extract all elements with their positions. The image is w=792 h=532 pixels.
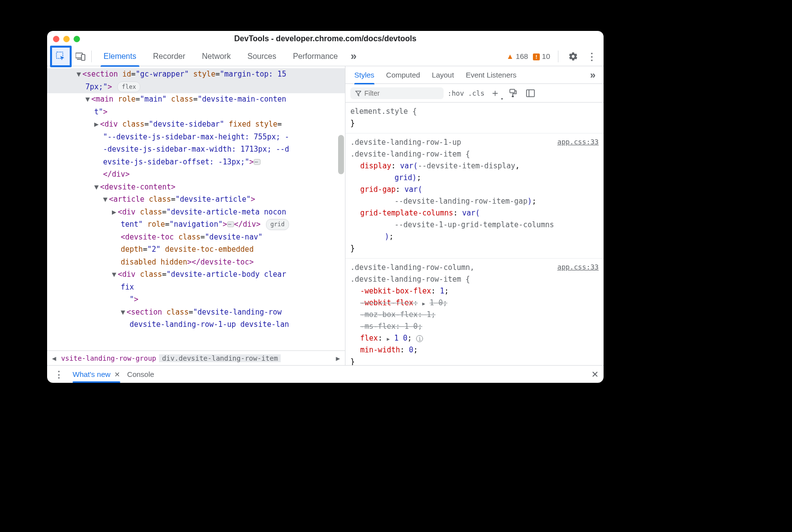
error-icon: ! [533, 53, 540, 60]
filter-icon [355, 90, 361, 97]
scrollbar-thumb[interactable] [338, 135, 344, 174]
drawer-tab-whatsnew[interactable]: What's new ✕ [73, 370, 120, 378]
style-rule-element[interactable]: element.style { } [345, 103, 604, 133]
ellipsis-icon[interactable] [254, 159, 261, 165]
kebab-menu-button[interactable]: ⋮ [585, 50, 599, 63]
grid-badge[interactable]: grid [266, 219, 289, 230]
paint-button[interactable] [506, 86, 520, 100]
settings-button[interactable] [566, 50, 580, 63]
inspect-element-button-highlighted[interactable] [50, 46, 72, 67]
svg-rect-5 [512, 96, 514, 97]
separator [91, 51, 92, 62]
cls-toggle[interactable]: .cls [468, 89, 485, 97]
maximize-window-button[interactable] [74, 36, 80, 42]
rule-source-link[interactable]: app.css:33 [557, 262, 599, 272]
dom-node[interactable]: ▼<section class="devsite-landing-row [47, 306, 345, 319]
breadcrumb-item-selected[interactable]: div.devsite-landing-row-item [159, 354, 281, 362]
svg-rect-3 [81, 54, 85, 60]
separator [558, 51, 558, 62]
subtab-event-listeners[interactable]: Event Listeners [461, 66, 521, 84]
device-icon [76, 52, 85, 61]
dom-node-cont: "--devsite-js-sidebar-max-height: 755px;… [47, 131, 345, 144]
close-tab-icon[interactable]: ✕ [114, 371, 120, 378]
toggle-sidebar-button[interactable] [524, 86, 537, 100]
svg-rect-6 [527, 90, 534, 97]
tab-network[interactable]: Network [194, 47, 239, 66]
window-title: DevTools - developer.chrome.com/docs/dev… [47, 34, 604, 43]
svg-rect-2 [77, 59, 81, 60]
dom-node-cont: tent" role="navigation"></div> grid [47, 218, 345, 231]
dom-node-cont: fix [47, 281, 345, 294]
expand-icon[interactable] [387, 334, 390, 343]
styles-body[interactable]: element.style { } app.css:33 .devsite-la… [345, 103, 604, 365]
dom-tree[interactable]: ▼<section id="gc-wrapper" style="margin-… [47, 66, 345, 350]
dom-node-cont: disabled hidden></devsite-toc> [47, 256, 345, 269]
svg-rect-4 [510, 89, 515, 93]
ellipsis-icon[interactable] [227, 221, 234, 227]
flex-badge[interactable]: flex [117, 81, 140, 92]
breadcrumb: ◀ vsite-landing-row-group div.devsite-la… [47, 350, 345, 365]
more-subtabs-button[interactable]: » [586, 68, 600, 82]
dom-node-cont: depth="2" devsite-toc-embedded [47, 243, 345, 256]
close-window-button[interactable] [53, 36, 59, 42]
rule-source-link[interactable]: app.css:33 [557, 136, 599, 147]
subtab-computed[interactable]: Computed [381, 66, 425, 84]
style-rule[interactable]: app.css:33 .devsite-landing-row-column, … [345, 259, 604, 365]
minimize-window-button[interactable] [63, 36, 70, 42]
new-style-rule-button[interactable]: ＋▾ [488, 86, 502, 100]
dom-node[interactable]: ▼<div class="devsite-article-body clear [47, 268, 345, 281]
gear-icon [568, 52, 578, 61]
drawer-tab-console[interactable]: Console [127, 370, 154, 378]
errors-badge[interactable]: ! 10 [533, 52, 550, 60]
expand-icon[interactable] [422, 298, 425, 307]
styles-toolbar: :hov .cls ＋▾ [345, 84, 604, 103]
dom-node-cont: t"> [47, 106, 345, 119]
dom-node-close: </div> [47, 168, 345, 181]
hov-toggle[interactable]: :hov [448, 89, 464, 97]
sidebar-icon [526, 89, 535, 97]
paint-icon [508, 89, 517, 98]
errors-count: 10 [542, 52, 550, 60]
dom-node-cont: -devsite-js-sidebar-max-width: 1713px; -… [47, 143, 345, 156]
warning-icon: ▲ [506, 52, 514, 60]
dom-node-cont: "> [47, 293, 345, 306]
dom-node-cont: evsite-js-sidebar-offset: -13px;"> [47, 156, 345, 169]
drawer-menu-button[interactable]: ⋮ [52, 368, 66, 381]
tab-performance[interactable]: Performance [285, 47, 346, 66]
devtools-window: DevTools - developer.chrome.com/docs/dev… [47, 31, 604, 383]
styles-panel: Styles Computed Layout Event Listeners »… [345, 66, 604, 365]
dom-node[interactable]: ▶<div class="devsite-article-meta nocon [47, 206, 345, 219]
breadcrumb-item[interactable]: vsite-landing-row-group [58, 354, 159, 362]
drawer-tab-label: What's new [73, 370, 110, 378]
dom-node[interactable]: <devsite-toc class="devsite-nav" [47, 231, 345, 244]
more-tabs-button[interactable]: » [347, 50, 361, 63]
selector: .devsite-landing-row-item { [350, 148, 599, 160]
device-toggle-button[interactable] [74, 50, 87, 63]
dom-panel: ▼<section id="gc-wrapper" style="margin-… [47, 66, 345, 365]
breadcrumb-right-arrow[interactable]: ▶ [334, 354, 342, 362]
dom-node[interactable]: ▼<main role="main" class="devsite-main-c… [47, 93, 345, 106]
dom-node[interactable]: ▼<section id="gc-wrapper" style="margin-… [47, 68, 345, 81]
dom-node[interactable]: ▶<div class="devsite-sidebar" fixed styl… [47, 118, 345, 131]
warnings-count: 168 [516, 52, 528, 60]
subtab-styles[interactable]: Styles [349, 66, 379, 84]
info-icon[interactable]: i [416, 335, 423, 342]
style-rule[interactable]: app.css:33 .devsite-landing-row-1-up .de… [345, 133, 604, 259]
drawer-close-button[interactable]: ✕ [591, 369, 599, 380]
filter-box[interactable] [350, 87, 444, 99]
dom-node-cont: devsite-landing-row-1-up devsite-lan [47, 319, 345, 331]
tab-sources[interactable]: Sources [239, 47, 284, 66]
dom-node[interactable]: ▼<devsite-content> [47, 181, 345, 194]
selector: .devsite-landing-row-item { [350, 273, 599, 285]
warnings-badge[interactable]: ▲ 168 [506, 52, 528, 60]
tab-recorder[interactable]: Recorder [145, 47, 193, 66]
drawer: ⋮ What's new ✕ Console ✕ [47, 365, 604, 383]
filter-input[interactable] [364, 89, 439, 97]
breadcrumb-left-arrow[interactable]: ◀ [50, 354, 58, 362]
main-toolbar: Elements Recorder Network Sources Perfor… [47, 47, 604, 66]
titlebar: DevTools - developer.chrome.com/docs/dev… [47, 31, 604, 47]
dom-node[interactable]: ▼<article class="devsite-article"> [47, 193, 345, 206]
subtab-layout[interactable]: Layout [427, 66, 459, 84]
tab-elements[interactable]: Elements [96, 47, 144, 66]
styles-subtabs: Styles Computed Layout Event Listeners » [345, 66, 604, 84]
